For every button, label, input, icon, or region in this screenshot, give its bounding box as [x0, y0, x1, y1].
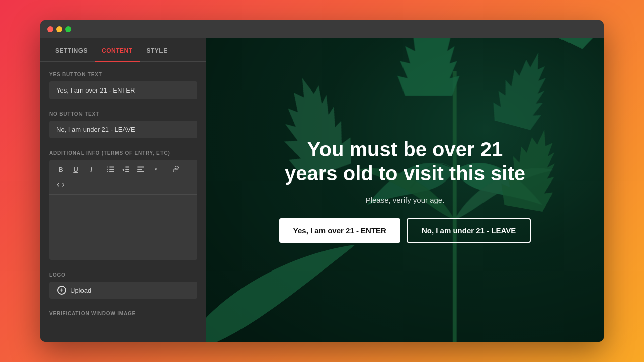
upload-button-label: Upload	[70, 287, 91, 294]
svg-rect-10	[137, 167, 144, 168]
svg-rect-5	[109, 171, 114, 172]
svg-text:1.: 1.	[122, 168, 126, 172]
upload-icon: +	[57, 286, 66, 295]
svg-rect-12	[137, 171, 144, 172]
svg-rect-2	[107, 169, 108, 170]
svg-rect-8	[125, 169, 129, 170]
bullet-list-button[interactable]	[104, 163, 117, 176]
verification-window-image-group: VERIFICATION WINDOW IMAGE	[49, 311, 197, 316]
additional-info-editor-body[interactable]	[49, 195, 197, 260]
traffic-lights	[47, 26, 71, 32]
additional-info-field-group: ADDITIONAL INFO (TERMS OF ENTRY, ETC) B …	[49, 150, 197, 260]
svg-rect-9	[125, 171, 129, 172]
browser-content: SETTINGS CONTENT STYLE YES BUTTON TEXT N…	[40, 38, 604, 342]
preview-buttons: Yes, I am over 21 - ENTER No, I am under…	[279, 218, 531, 243]
editor-toolbar: B U I	[49, 160, 197, 195]
yes-button-label: YES BUTTON TEXT	[49, 72, 197, 77]
no-button-label: NO BUTTON TEXT	[49, 111, 197, 117]
panel-body: YES BUTTON TEXT NO BUTTON TEXT ADDITIONA…	[40, 62, 206, 326]
bold-button[interactable]: B	[54, 163, 67, 176]
yes-button-input[interactable]	[49, 81, 197, 99]
underline-button[interactable]: U	[69, 163, 83, 176]
tabs-bar: SETTINGS CONTENT STYLE	[40, 38, 206, 62]
traffic-light-green[interactable]	[65, 26, 71, 32]
rich-text-editor: B U I	[49, 160, 197, 260]
preview-panel: You must be over 21 years old to visit t…	[206, 38, 604, 342]
browser-titlebar	[40, 20, 604, 38]
svg-rect-0	[107, 167, 108, 168]
align-dropdown-button[interactable]: ▾	[149, 163, 163, 176]
yes-button-field-group: YES BUTTON TEXT	[49, 72, 197, 99]
svg-rect-1	[109, 167, 114, 168]
ordered-list-button[interactable]: 1.	[119, 163, 132, 176]
preview-overlay: You must be over 21 years old to visit t…	[206, 38, 604, 342]
preview-title: You must be over 21 years old to visit t…	[279, 137, 531, 186]
preview-yes-button[interactable]: Yes, I am over 21 - ENTER	[279, 218, 400, 243]
logo-label: LOGO	[49, 272, 197, 278]
logo-field-group: LOGO + Upload	[49, 272, 197, 299]
svg-rect-11	[137, 169, 142, 170]
left-panel: SETTINGS CONTENT STYLE YES BUTTON TEXT N…	[40, 38, 206, 342]
align-button[interactable]	[134, 163, 147, 176]
additional-info-label: ADDITIONAL INFO (TERMS OF ENTRY, ETC)	[49, 150, 197, 156]
browser-window: SETTINGS CONTENT STYLE YES BUTTON TEXT N…	[40, 20, 604, 342]
tab-settings[interactable]: SETTINGS	[48, 38, 95, 61]
preview-no-button[interactable]: No, I am under 21 - LEAVE	[407, 218, 531, 243]
italic-button[interactable]: I	[85, 163, 98, 176]
svg-rect-3	[109, 169, 114, 170]
code-button[interactable]	[54, 178, 67, 191]
svg-rect-4	[107, 171, 108, 172]
preview-subtitle: Please, verify your age.	[366, 196, 445, 204]
toolbar-separator-2	[166, 165, 166, 173]
no-button-input[interactable]	[49, 121, 197, 138]
no-button-field-group: NO BUTTON TEXT	[49, 111, 197, 138]
tab-style[interactable]: STYLE	[140, 38, 175, 61]
link-button[interactable]	[169, 163, 182, 176]
verification-window-image-label: VERIFICATION WINDOW IMAGE	[49, 311, 197, 316]
toolbar-separator-1	[101, 165, 101, 173]
tab-content[interactable]: CONTENT	[95, 38, 140, 61]
svg-rect-7	[125, 167, 129, 168]
upload-button[interactable]: + Upload	[49, 282, 197, 299]
traffic-light-red[interactable]	[47, 26, 53, 32]
traffic-light-yellow[interactable]	[56, 26, 62, 32]
